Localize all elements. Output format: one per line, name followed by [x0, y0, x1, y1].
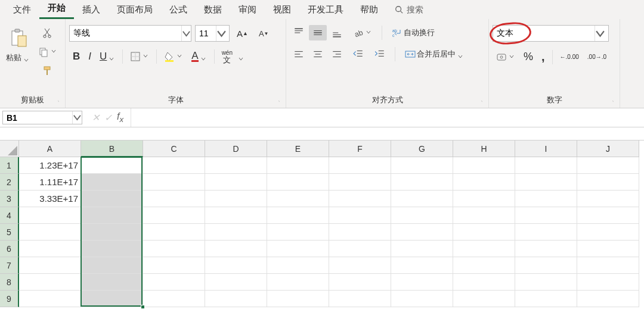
row-header[interactable]: 6 [0, 241, 19, 257]
orientation-button[interactable]: ab [349, 25, 376, 40]
cell[interactable] [19, 224, 81, 241]
cell[interactable] [577, 274, 639, 291]
percent-button[interactable]: % [520, 48, 537, 65]
clipboard-launcher[interactable] [54, 97, 63, 105]
cell[interactable] [205, 274, 267, 291]
row-header[interactable]: 1 [0, 157, 19, 174]
cell[interactable] [453, 241, 515, 257]
cell[interactable] [391, 274, 453, 291]
cell[interactable] [267, 257, 329, 274]
cell[interactable] [391, 224, 453, 241]
decrease-decimal-button[interactable]: .00→.0 [584, 52, 610, 62]
menu-formula[interactable]: 公式 [161, 1, 196, 19]
cell[interactable] [267, 157, 329, 174]
menu-home[interactable]: 开始 [39, 0, 74, 19]
name-box[interactable] [2, 111, 82, 124]
cell[interactable] [329, 274, 391, 291]
cell[interactable] [515, 191, 577, 207]
increase-decimal-button[interactable]: ←.0.00 [556, 52, 583, 62]
cell[interactable] [81, 174, 143, 191]
cell[interactable] [143, 224, 205, 241]
cell[interactable] [143, 191, 205, 207]
font-size-input[interactable] [196, 26, 216, 41]
cell[interactable] [329, 241, 391, 257]
cell[interactable] [19, 291, 81, 307]
column-header[interactable]: B [81, 141, 143, 157]
column-header[interactable]: E [267, 141, 329, 157]
cell[interactable] [81, 257, 143, 274]
cell[interactable] [267, 174, 329, 191]
cell[interactable] [453, 191, 515, 207]
cell[interactable] [267, 224, 329, 241]
cell[interactable] [81, 274, 143, 291]
menu-help[interactable]: 帮助 [352, 1, 386, 19]
format-painter-button[interactable] [35, 63, 61, 79]
cell[interactable] [391, 191, 453, 207]
cell[interactable] [515, 207, 577, 224]
wrap-text-button[interactable]: abc 自动换行 [388, 25, 438, 40]
cell[interactable] [329, 207, 391, 224]
cell[interactable] [577, 224, 639, 241]
cell[interactable] [19, 207, 81, 224]
cell[interactable] [329, 174, 391, 191]
chevron-down-icon[interactable] [239, 54, 244, 60]
cell[interactable] [267, 241, 329, 257]
cell[interactable] [81, 224, 143, 241]
name-box-input[interactable] [3, 113, 72, 123]
row-header[interactable]: 7 [0, 257, 19, 274]
cell[interactable] [515, 157, 577, 174]
cell[interactable] [81, 291, 143, 307]
cell[interactable] [391, 291, 453, 307]
cell[interactable] [81, 191, 143, 207]
row-header[interactable]: 4 [0, 207, 19, 224]
font-launcher[interactable] [275, 97, 283, 105]
menu-review[interactable]: 审阅 [230, 1, 265, 19]
cell[interactable] [143, 241, 205, 257]
grow-font-button[interactable]: A▲ [233, 26, 252, 41]
align-right-button[interactable] [328, 46, 346, 62]
cell[interactable] [19, 274, 81, 291]
column-header[interactable]: I [515, 141, 577, 157]
cell[interactable] [453, 274, 515, 291]
row-header[interactable]: 9 [0, 291, 19, 307]
row-header[interactable]: 3 [0, 191, 19, 207]
cell[interactable] [453, 157, 515, 174]
cell[interactable] [143, 291, 205, 307]
cell[interactable] [453, 207, 515, 224]
cell[interactable] [391, 157, 453, 174]
cell[interactable] [81, 157, 143, 174]
number-format-input[interactable] [493, 26, 595, 41]
cell[interactable] [577, 174, 639, 191]
cell[interactable] [577, 291, 639, 307]
cell[interactable] [205, 291, 267, 307]
menu-insert[interactable]: 插入 [74, 1, 109, 19]
cell[interactable] [515, 257, 577, 274]
cell[interactable] [329, 191, 391, 207]
cell[interactable] [205, 174, 267, 191]
copy-button[interactable] [35, 44, 61, 60]
fill-handle[interactable] [141, 305, 145, 309]
formula-input[interactable] [136, 113, 639, 123]
column-header[interactable]: H [453, 141, 515, 157]
cell[interactable] [205, 157, 267, 174]
spreadsheet-grid[interactable]: ABCDEFGHIJ11.23E+1721.11E+1733.33E+17456… [0, 141, 644, 307]
increase-indent-button[interactable] [371, 46, 389, 62]
cell[interactable] [391, 241, 453, 257]
cell[interactable] [267, 274, 329, 291]
cell[interactable] [19, 241, 81, 257]
paste-dropdown-icon[interactable] [24, 55, 30, 61]
cell[interactable] [267, 291, 329, 307]
column-header[interactable]: C [143, 141, 205, 157]
cell[interactable] [329, 224, 391, 241]
cell[interactable] [205, 191, 267, 207]
cell[interactable] [453, 291, 515, 307]
font-size-combo[interactable] [195, 25, 230, 42]
cell[interactable] [143, 174, 205, 191]
cell[interactable] [515, 274, 577, 291]
cell[interactable] [81, 241, 143, 257]
column-header[interactable]: A [19, 141, 81, 157]
row-header[interactable]: 8 [0, 274, 19, 291]
align-left-button[interactable] [290, 46, 308, 62]
cell[interactable] [205, 241, 267, 257]
cell[interactable] [267, 191, 329, 207]
